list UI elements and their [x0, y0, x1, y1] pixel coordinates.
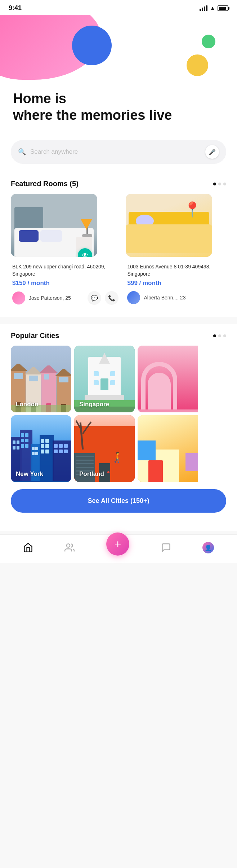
svg-rect-19 — [45, 439, 49, 443]
mic-button[interactable]: 🎤 — [205, 145, 219, 159]
room-address-1: BLK 209 new upper changi road, 460209, S… — [12, 263, 118, 277]
room-image-1: 👁 — [11, 194, 97, 257]
carousel-dots — [213, 183, 226, 185]
svg-rect-9 — [25, 439, 28, 442]
popular-cities-section: Popular Cities — [0, 324, 237, 531]
svg-rect-28 — [54, 450, 58, 453]
cities-dot-inactive-2 — [223, 334, 226, 337]
map-pin-icon: 📍 — [183, 201, 201, 218]
svg-rect-14 — [35, 447, 38, 450]
call-button-1[interactable]: 📞 — [105, 291, 118, 305]
svg-rect-31 — [11, 481, 71, 482]
add-icon: + — [115, 538, 121, 550]
team-icon — [64, 543, 75, 553]
room-price-2: $99 / month — [127, 280, 225, 287]
hero-text: Home is where the memories live — [0, 87, 237, 127]
featured-rooms-header: Featured Rooms (5) — [0, 172, 237, 194]
dot-inactive-2 — [223, 183, 226, 185]
city-card-portland[interactable]: 🚶 Portland — [74, 415, 135, 482]
cities-dot-active — [213, 334, 216, 337]
profile-avatar: 👤 — [202, 542, 214, 553]
svg-rect-16 — [35, 452, 38, 455]
svg-rect-4 — [17, 446, 19, 450]
cities-grid: London Singapore — [0, 346, 237, 482]
london-label: London — [16, 401, 38, 408]
svg-rect-13 — [32, 447, 35, 450]
yellow-circle-shape — [187, 54, 208, 76]
room-user-1: Jose Patterson, 25 💬 📞 — [12, 291, 118, 305]
search-bar[interactable]: 🔍 Search anywhere 🎤 — [11, 140, 226, 164]
message-button-1[interactable]: 💬 — [88, 291, 101, 305]
room-image-2: 📍 — [126, 194, 212, 257]
singapore-label: Singapore — [79, 401, 109, 408]
hero-section: Home is where the memories live — [0, 15, 237, 134]
svg-rect-25 — [54, 444, 58, 448]
svg-rect-27 — [64, 444, 68, 448]
city-card-singapore[interactable]: Singapore — [74, 346, 135, 412]
svg-rect-18 — [41, 439, 44, 443]
status-icons: ▲ — [200, 5, 228, 12]
cities-carousel-dots — [213, 334, 226, 337]
city-card-newyork[interactable]: New York — [11, 415, 71, 482]
nav-team[interactable] — [64, 543, 75, 553]
room-user-2: Alberta Benn..., 23 — [127, 291, 225, 304]
portland-label: Portland — [79, 470, 104, 478]
svg-rect-2 — [17, 440, 19, 444]
home-icon — [23, 543, 33, 553]
popular-cities-header: Popular Cities — [0, 324, 237, 346]
newyork-label: New York — [16, 470, 43, 478]
message-icon — [161, 543, 171, 553]
see-all-section: See All Cities (150+) — [0, 482, 237, 523]
featured-rooms-section: Featured Rooms (5) 👁 — [0, 172, 237, 317]
room-info-1: BLK 209 new upper changi road, 460209, S… — [11, 257, 120, 308]
city-card-partial-1[interactable] — [138, 346, 198, 412]
user-avatar-1 — [12, 291, 25, 304]
svg-rect-1 — [13, 440, 15, 444]
rooms-scroll-container[interactable]: 👁 BLK 209 new upper changi road, 460209,… — [0, 194, 237, 314]
battery-icon — [218, 5, 228, 11]
room-card-1: 👁 BLK 209 new upper changi road, 460209,… — [11, 194, 120, 308]
svg-rect-21 — [45, 444, 49, 448]
svg-rect-11 — [25, 444, 28, 448]
svg-rect-8 — [21, 439, 24, 442]
search-icon: 🔍 — [18, 148, 26, 156]
room-price-1: $150 / month — [12, 280, 118, 287]
status-bar: 9:41 ▲ — [0, 0, 237, 15]
status-time: 9:41 — [9, 4, 22, 12]
svg-rect-7 — [25, 433, 28, 437]
room-address-2: 1003 Eunos Avenue 8 01-39 409498, Singap… — [127, 263, 225, 277]
svg-rect-15 — [32, 452, 35, 455]
room-info-2: 1003 Eunos Avenue 8 01-39 409498, Singap… — [126, 257, 226, 307]
user-name-2: Alberta Benn..., 23 — [144, 295, 225, 301]
hero-title: Home is where the memories live — [13, 91, 224, 123]
svg-rect-22 — [41, 450, 44, 453]
hero-shapes — [0, 15, 237, 87]
city-card-partial-2[interactable] — [138, 415, 198, 482]
nav-profile[interactable]: 👤 — [202, 542, 214, 553]
svg-rect-10 — [21, 444, 24, 448]
city-card-london[interactable]: London — [11, 346, 71, 412]
nav-add-button[interactable]: + — [106, 532, 129, 556]
svg-rect-26 — [59, 444, 63, 448]
svg-rect-3 — [13, 446, 15, 450]
search-section: 🔍 Search anywhere 🎤 — [0, 134, 237, 172]
green-circle-shape — [202, 35, 215, 48]
blue-circle-shape — [72, 26, 112, 65]
svg-rect-20 — [41, 444, 44, 448]
wifi-icon: ▲ — [210, 5, 215, 12]
see-all-cities-button[interactable]: See All Cities (150+) — [11, 489, 226, 513]
svg-rect-6 — [21, 433, 24, 437]
signal-icon — [200, 5, 207, 11]
user-avatar-2 — [127, 291, 140, 304]
user-name-1: Jose Patterson, 25 — [29, 295, 84, 301]
dot-active — [213, 183, 216, 185]
svg-rect-30 — [64, 450, 68, 453]
mic-icon: 🎤 — [209, 149, 216, 155]
action-icons-1: 💬 📞 — [88, 291, 118, 305]
svg-rect-29 — [59, 450, 63, 453]
featured-rooms-title: Featured Rooms (5) — [11, 180, 79, 188]
search-input[interactable]: Search anywhere — [30, 148, 201, 155]
nav-messages[interactable] — [161, 543, 171, 553]
cities-dot-inactive-1 — [218, 334, 221, 337]
nav-home[interactable] — [23, 543, 33, 553]
